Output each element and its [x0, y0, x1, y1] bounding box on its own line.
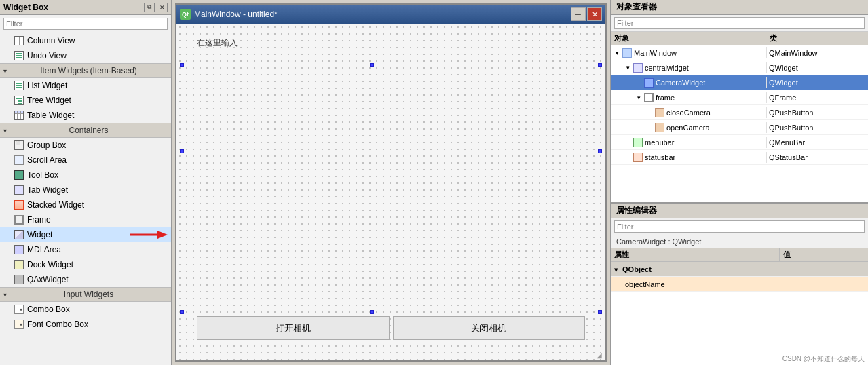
tree-cell-statusbar-class: QStatusBar — [766, 152, 868, 163]
statusbar-icon — [633, 153, 643, 162]
list-item-list-widget[interactable]: List Widget — [0, 78, 171, 93]
tree-cell-opencamera-name: openCamera — [611, 121, 766, 134]
dock-widget-icon — [14, 259, 24, 270]
tree-statusbar-label: statusbar — [645, 153, 675, 161]
list-item-column-view[interactable]: Column View — [0, 33, 171, 48]
widget-box-filter-input[interactable] — [3, 18, 168, 30]
prop-qobject-label: QObject — [622, 265, 652, 273]
main-design-area: Qt MainWindow - untitled* ─ ✕ 在这里输入 — [172, 0, 610, 365]
list-item-scroll-area[interactable]: Scroll Area — [0, 153, 171, 168]
handle-bl[interactable] — [180, 310, 184, 314]
tree-row-frame[interactable]: ▾ frame QFrame — [611, 90, 868, 105]
tree-expand-camerawidget[interactable] — [635, 79, 643, 87]
widget-box-float-button[interactable]: ⧉ — [144, 3, 155, 12]
category-item-widgets[interactable]: ▾ Item Widgets (Item-Based) — [0, 63, 171, 78]
qt-icon-label: Qt — [182, 11, 189, 18]
stacked-widget-icon — [14, 199, 24, 210]
frame-tree-icon — [644, 93, 654, 102]
list-item-widget[interactable]: Widget — [0, 227, 171, 242]
font-combo-box-label: Font Combo Box — [27, 320, 88, 329]
tree-row-opencamera[interactable]: openCamera QPushButton — [611, 120, 868, 135]
tool-box-label: Tool Box — [27, 170, 58, 180]
tree-cell-camerawidget-name: CameraWidget — [611, 77, 766, 89]
list-item-font-combo-box[interactable]: ▾ Font Combo Box — [0, 317, 171, 332]
tree-expand-centralwidget[interactable]: ▾ — [624, 64, 632, 72]
design-canvas[interactable]: 在这里输入 打开相机 关闭相机 ◢ — [176, 24, 605, 360]
list-widget-icon — [14, 80, 24, 91]
list-item-qax-widget[interactable]: QAxWidget — [0, 272, 171, 287]
closecamera-icon — [655, 108, 664, 117]
widget-box-close-button[interactable]: ✕ — [157, 3, 168, 12]
tree-row-closecamera[interactable]: closeCamera QPushButton — [611, 105, 868, 120]
prop-row-objectname[interactable]: objectName — [611, 277, 868, 292]
handle-bm[interactable] — [370, 310, 374, 314]
list-item-frame[interactable]: Frame — [0, 212, 171, 227]
list-item-combo-box[interactable]: ▾ Combo Box — [0, 302, 171, 317]
tree-mainwindow-class: QMainWindow — [769, 49, 818, 57]
property-editor-filter-input[interactable] — [614, 220, 865, 233]
property-context-label: CameraWidget : QWidget — [611, 235, 868, 248]
canvas-resize-handle[interactable]: ◢ — [597, 351, 603, 358]
category-input-widgets-label: Input Widgets — [10, 290, 168, 299]
centralwidget-icon — [633, 63, 643, 73]
handle-ml[interactable] — [180, 149, 184, 153]
prop-row-qobject-category[interactable]: ▾ QObject — [611, 262, 868, 277]
group-box-label: Group Box — [27, 140, 66, 150]
main-window-controls: ─ ✕ — [571, 7, 602, 21]
category-input-widgets[interactable]: ▾ Input Widgets — [0, 287, 171, 302]
tree-expand-menubar — [624, 138, 632, 147]
minimize-button[interactable]: ─ — [571, 7, 586, 21]
category-containers[interactable]: ▾ Containers — [0, 123, 171, 138]
list-item-tree-widget[interactable]: Tree Widget — [0, 93, 171, 108]
handle-tl[interactable] — [180, 63, 184, 67]
list-item-stacked-widget[interactable]: Stacked Widget — [0, 197, 171, 212]
handle-tr[interactable] — [598, 63, 602, 67]
widget-box-title: Widget Box — [3, 3, 48, 12]
tree-row-centralwidget[interactable]: ▾ centralwidget QWidget — [611, 60, 868, 75]
close-camera-button[interactable]: 关闭相机 — [393, 316, 586, 340]
tree-row-statusbar[interactable]: statusbar QStatusBar — [611, 150, 868, 165]
open-camera-button[interactable]: 打开相机 — [197, 316, 390, 340]
property-editor-title: 属性编辑器 — [616, 205, 657, 216]
property-editor-filter-area — [611, 218, 868, 235]
tree-widget-icon — [14, 95, 24, 106]
right-panel: 对象查看器 对象 类 ▾ MainWindow QMainWindow — [610, 0, 868, 365]
tree-row-mainwindow[interactable]: ▾ MainWindow QMainWindow — [611, 45, 868, 60]
tree-expand-mainwindow[interactable]: ▾ — [613, 49, 621, 57]
list-item-tab-widget[interactable]: Tab Widget — [0, 182, 171, 197]
qax-widget-icon — [14, 274, 24, 285]
tree-row-camerawidget[interactable]: CameraWidget QWidget — [611, 75, 868, 90]
tree-header: 对象 类 — [611, 32, 868, 45]
handle-br[interactable] — [598, 310, 602, 314]
tree-menubar-class: QMenuBar — [769, 138, 805, 147]
tree-statusbar-class: QStatusBar — [769, 153, 808, 161]
category-containers-label: Containers — [10, 126, 168, 135]
tree-cell-closecamera-name: closeCamera — [611, 107, 766, 119]
object-inspector-filter-area — [611, 15, 868, 32]
object-inspector-filter-input[interactable] — [614, 17, 865, 29]
list-item-tool-box[interactable]: Tool Box — [0, 168, 171, 182]
mdi-area-icon — [14, 244, 24, 255]
tree-expand-frame[interactable]: ▾ — [635, 94, 643, 102]
list-item-dock-widget[interactable]: Dock Widget — [0, 257, 171, 272]
list-item-table-widget[interactable]: Table Widget — [0, 108, 171, 123]
handle-mr[interactable] — [598, 149, 602, 153]
main-window-titlebar: Qt MainWindow - untitled* ─ ✕ — [176, 5, 605, 24]
handle-tm[interactable] — [370, 63, 374, 67]
tree-row-menubar[interactable]: menubar QMenuBar — [611, 135, 868, 150]
close-button[interactable]: ✕ — [587, 7, 602, 21]
combo-box-icon: ▾ — [14, 304, 24, 315]
tree-col-object: 对象 — [611, 32, 766, 45]
list-item-mdi-area[interactable]: MDI Area — [0, 242, 171, 257]
tree-expand-opencamera — [645, 123, 654, 132]
list-item-undo-view[interactable]: Undo View — [0, 48, 171, 63]
tree-centralwidget-label: centralwidget — [645, 64, 689, 72]
tree-cell-opencamera-class: QPushButton — [766, 122, 868, 133]
list-item-group-box[interactable]: ⬜ Group Box — [0, 138, 171, 153]
font-combo-box-icon: ▾ — [14, 319, 24, 330]
tree-cell-mainwindow-class: QMainWindow — [766, 47, 868, 58]
widget-box-titlebar: Widget Box ⧉ ✕ — [0, 0, 171, 15]
stacked-widget-label: Stacked Widget — [27, 200, 84, 210]
widget-box-panel: Widget Box ⧉ ✕ Column View Undo View ▾ I… — [0, 0, 172, 365]
prop-objectname-value[interactable] — [780, 283, 868, 286]
